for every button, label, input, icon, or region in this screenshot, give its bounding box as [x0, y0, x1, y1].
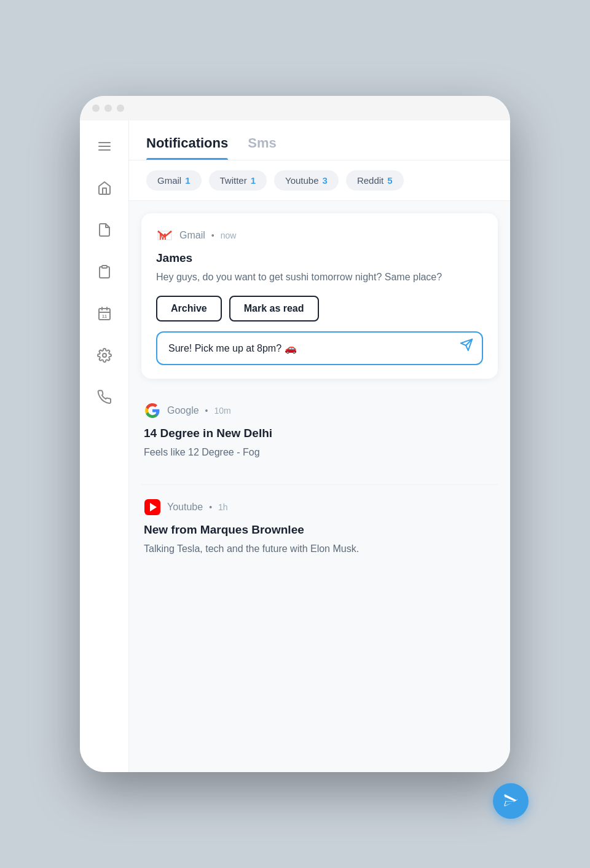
filter-reddit[interactable]: Reddit 5	[346, 170, 404, 191]
tab-sms[interactable]: Sms	[248, 135, 276, 160]
reply-send-button[interactable]	[460, 338, 473, 355]
notif-gmail-sender: James	[156, 251, 483, 265]
notif-gmail-header: M Gmail • now	[156, 227, 483, 244]
titlebar-dot-red	[92, 105, 100, 112]
notif-youtube-header: Youtube • 1h	[144, 499, 495, 516]
google-icon	[144, 402, 161, 419]
sidebar-phone-icon[interactable]	[93, 386, 116, 408]
notif-youtube-appname: Youtube	[167, 502, 203, 513]
notif-gmail-dot: •	[211, 231, 214, 240]
sidebar: 11	[80, 120, 129, 772]
sidebar-menu-icon[interactable]	[93, 135, 116, 157]
sidebar-document-icon[interactable]	[93, 219, 116, 241]
reply-text: Sure! Pick me up at 8pm? 🚗	[168, 343, 297, 353]
filter-youtube[interactable]: Youtube 3	[274, 170, 339, 191]
app-body: 11 Notifications	[80, 120, 510, 772]
notification-google-weather: Google • 10m 14 Degree in New Delhi Feel…	[141, 389, 498, 485]
notif-youtube-dot: •	[209, 502, 212, 512]
filter-youtube-badge: 3	[323, 175, 328, 186]
reply-box: Sure! Pick me up at 8pm? 🚗	[156, 331, 483, 365]
filter-bar: Gmail 1 Twitter 1 Youtube 3 Reddit 5	[129, 160, 510, 201]
filter-gmail[interactable]: Gmail 1	[146, 170, 202, 191]
titlebar-dot-green	[117, 105, 124, 112]
youtube-icon	[144, 499, 161, 516]
filter-gmail-label: Gmail	[157, 175, 181, 186]
archive-button[interactable]: Archive	[156, 296, 222, 322]
notif-youtube-title: New from Marques Brownlee	[144, 523, 495, 537]
filter-twitter-label: Twitter	[220, 175, 247, 186]
filter-twitter[interactable]: Twitter 1	[209, 170, 267, 191]
notif-google-header: Google • 10m	[144, 402, 495, 419]
notification-youtube-mkbhd: Youtube • 1h New from Marques Brownlee T…	[141, 485, 498, 581]
fab-reply-button[interactable]	[493, 783, 529, 819]
notif-gmail-appname: Gmail	[179, 230, 205, 241]
sidebar-home-icon[interactable]	[93, 177, 116, 199]
filter-reddit-badge: 5	[387, 175, 392, 186]
title-bar	[80, 96, 510, 120]
header-tabs: Notifications Sms	[146, 135, 493, 160]
gmail-icon: M	[156, 227, 173, 244]
svg-point-9	[103, 353, 106, 357]
notif-google-appname: Google	[167, 405, 199, 416]
notif-gmail-time: now	[221, 231, 237, 240]
notif-google-body: Feels like 12 Degree - Fog	[144, 445, 495, 460]
sidebar-settings-icon[interactable]	[93, 344, 116, 366]
notif-google-time: 10m	[214, 406, 231, 416]
notif-google-dot: •	[205, 406, 208, 416]
notif-youtube-time: 1h	[218, 502, 228, 512]
notif-youtube-body: Talking Tesla, tech and the future with …	[144, 542, 495, 556]
tab-notifications[interactable]: Notifications	[146, 135, 228, 160]
svg-rect-3	[102, 266, 107, 268]
sidebar-clipboard-icon[interactable]	[93, 261, 116, 283]
filter-reddit-label: Reddit	[357, 175, 384, 186]
header: Notifications Sms	[129, 120, 510, 160]
mark-as-read-button[interactable]: Mark as read	[229, 296, 319, 322]
svg-text:11: 11	[102, 314, 107, 318]
main-content: Notifications Sms Gmail 1 Twitter 1 Yout…	[129, 120, 510, 772]
svg-text:M: M	[159, 232, 167, 242]
notification-list: M Gmail • now James Hey guys, do you wan…	[129, 201, 510, 772]
titlebar-dot-yellow	[104, 105, 112, 112]
sidebar-calendar-icon[interactable]: 11	[93, 302, 116, 325]
phone-frame: 11 Notifications	[80, 96, 510, 772]
notif-google-title: 14 Degree in New Delhi	[144, 427, 495, 440]
filter-twitter-badge: 1	[251, 175, 256, 186]
notif-gmail-body: Hey guys, do you want to get sushi tomor…	[156, 270, 483, 285]
filter-gmail-badge: 1	[185, 175, 190, 186]
notification-gmail-james: M Gmail • now James Hey guys, do you wan…	[141, 213, 498, 379]
notif-gmail-actions: Archive Mark as read	[156, 296, 483, 322]
filter-youtube-label: Youtube	[285, 175, 319, 186]
